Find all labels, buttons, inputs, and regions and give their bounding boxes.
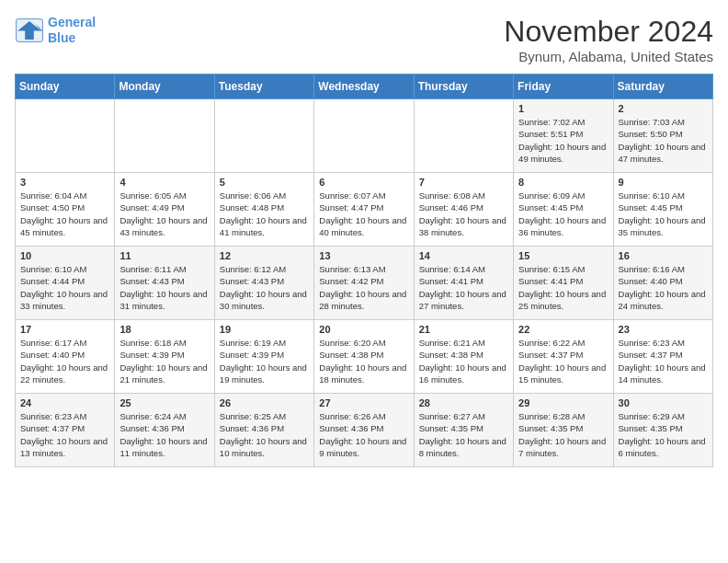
day-info: Sunrise: 6:16 AM Sunset: 4:40 PM Dayligh… [619, 263, 708, 312]
day-number: 9 [619, 177, 708, 188]
calendar-cell: 25Sunrise: 6:24 AM Sunset: 4:36 PM Dayli… [115, 394, 214, 467]
calendar-cell: 6Sunrise: 6:07 AM Sunset: 4:47 PM Daylig… [314, 173, 414, 247]
calendar-week-4: 24Sunrise: 6:23 AM Sunset: 4:37 PM Dayli… [16, 394, 713, 467]
day-info: Sunrise: 6:11 AM Sunset: 4:43 PM Dayligh… [119, 263, 209, 312]
day-info: Sunrise: 6:27 AM Sunset: 4:35 PM Dayligh… [419, 410, 508, 459]
day-info: Sunrise: 6:14 AM Sunset: 4:41 PM Dayligh… [419, 263, 508, 312]
calendar-cell: 20Sunrise: 6:20 AM Sunset: 4:38 PM Dayli… [314, 320, 414, 394]
day-info: Sunrise: 6:29 AM Sunset: 4:35 PM Dayligh… [619, 410, 708, 459]
day-header-friday: Friday [514, 75, 613, 99]
day-info: Sunrise: 6:23 AM Sunset: 4:37 PM Dayligh… [619, 337, 708, 385]
calendar-cell: 13Sunrise: 6:13 AM Sunset: 4:42 PM Dayli… [314, 247, 414, 320]
calendar-cell [314, 99, 414, 173]
day-info: Sunrise: 6:21 AM Sunset: 4:38 PM Dayligh… [419, 337, 508, 385]
calendar-week-0: 1Sunrise: 7:02 AM Sunset: 5:51 PM Daylig… [16, 99, 713, 173]
calendar-cell: 30Sunrise: 6:29 AM Sunset: 4:35 PM Dayli… [613, 394, 712, 467]
calendar-cell: 7Sunrise: 6:08 AM Sunset: 4:46 PM Daylig… [414, 173, 513, 247]
calendar-cell: 14Sunrise: 6:14 AM Sunset: 4:41 PM Dayli… [414, 247, 513, 320]
day-number: 12 [220, 250, 309, 261]
day-header-saturday: Saturday [613, 75, 712, 99]
day-info: Sunrise: 6:04 AM Sunset: 4:50 PM Dayligh… [20, 190, 109, 238]
day-number: 5 [220, 177, 309, 188]
logo: General Blue [15, 15, 96, 46]
day-number: 8 [518, 177, 608, 188]
calendar-cell [214, 99, 313, 173]
day-info: Sunrise: 6:18 AM Sunset: 4:39 PM Dayligh… [119, 337, 209, 385]
day-number: 1 [518, 103, 608, 114]
day-number: 17 [20, 324, 109, 335]
calendar-cell: 28Sunrise: 6:27 AM Sunset: 4:35 PM Dayli… [414, 394, 513, 467]
day-number: 30 [619, 397, 708, 408]
calendar-cell: 17Sunrise: 6:17 AM Sunset: 4:40 PM Dayli… [16, 320, 115, 394]
day-number: 15 [518, 250, 608, 261]
day-number: 18 [119, 324, 209, 335]
day-header-sunday: Sunday [16, 75, 115, 99]
calendar-cell: 15Sunrise: 6:15 AM Sunset: 4:41 PM Dayli… [514, 247, 613, 320]
day-number: 23 [619, 324, 708, 335]
calendar-cell: 9Sunrise: 6:10 AM Sunset: 4:45 PM Daylig… [613, 173, 712, 247]
calendar-cell: 12Sunrise: 6:12 AM Sunset: 4:43 PM Dayli… [214, 247, 313, 320]
calendar-cell: 23Sunrise: 6:23 AM Sunset: 4:37 PM Dayli… [613, 320, 712, 394]
calendar-cell: 5Sunrise: 6:06 AM Sunset: 4:48 PM Daylig… [214, 173, 313, 247]
calendar-cell [16, 99, 115, 173]
day-info: Sunrise: 6:13 AM Sunset: 4:42 PM Dayligh… [319, 263, 408, 312]
day-number: 20 [319, 324, 408, 335]
day-info: Sunrise: 6:20 AM Sunset: 4:38 PM Dayligh… [319, 337, 408, 385]
day-info: Sunrise: 6:05 AM Sunset: 4:49 PM Dayligh… [119, 190, 209, 238]
page-header: General Blue November 2024 Bynum, Alabam… [15, 15, 713, 64]
day-info: Sunrise: 6:25 AM Sunset: 4:36 PM Dayligh… [220, 410, 309, 459]
calendar-week-1: 3Sunrise: 6:04 AM Sunset: 4:50 PM Daylig… [16, 173, 713, 247]
day-number: 2 [619, 103, 708, 114]
logo-text: General Blue [48, 15, 96, 46]
calendar-cell: 29Sunrise: 6:28 AM Sunset: 4:35 PM Dayli… [514, 394, 613, 467]
day-number: 14 [419, 250, 508, 261]
calendar-cell: 27Sunrise: 6:26 AM Sunset: 4:36 PM Dayli… [314, 394, 414, 467]
day-header-wednesday: Wednesday [314, 75, 414, 99]
day-number: 16 [619, 250, 708, 261]
calendar-cell: 21Sunrise: 6:21 AM Sunset: 4:38 PM Dayli… [414, 320, 513, 394]
calendar-cell: 1Sunrise: 7:02 AM Sunset: 5:51 PM Daylig… [514, 99, 613, 173]
day-info: Sunrise: 6:23 AM Sunset: 4:37 PM Dayligh… [20, 410, 109, 459]
day-info: Sunrise: 7:02 AM Sunset: 5:51 PM Dayligh… [518, 116, 608, 165]
day-number: 21 [419, 324, 508, 335]
calendar-cell: 2Sunrise: 7:03 AM Sunset: 5:50 PM Daylig… [613, 99, 712, 173]
logo-icon [15, 17, 44, 43]
calendar-cell: 10Sunrise: 6:10 AM Sunset: 4:44 PM Dayli… [16, 247, 115, 320]
location-subtitle: Bynum, Alabama, United States [504, 49, 713, 64]
day-header-tuesday: Tuesday [214, 75, 313, 99]
calendar-week-2: 10Sunrise: 6:10 AM Sunset: 4:44 PM Dayli… [16, 247, 713, 320]
calendar-cell: 11Sunrise: 6:11 AM Sunset: 4:43 PM Dayli… [115, 247, 214, 320]
calendar-cell: 16Sunrise: 6:16 AM Sunset: 4:40 PM Dayli… [613, 247, 712, 320]
calendar-cell: 22Sunrise: 6:22 AM Sunset: 4:37 PM Dayli… [514, 320, 613, 394]
day-info: Sunrise: 6:22 AM Sunset: 4:37 PM Dayligh… [518, 337, 608, 385]
day-info: Sunrise: 7:03 AM Sunset: 5:50 PM Dayligh… [619, 116, 708, 165]
day-number: 19 [220, 324, 309, 335]
calendar-cell [115, 99, 214, 173]
calendar-cell: 19Sunrise: 6:19 AM Sunset: 4:39 PM Dayli… [214, 320, 313, 394]
day-info: Sunrise: 6:12 AM Sunset: 4:43 PM Dayligh… [220, 263, 309, 312]
day-number: 3 [20, 177, 109, 188]
day-number: 7 [419, 177, 508, 188]
day-number: 11 [119, 250, 209, 261]
day-number: 29 [518, 397, 608, 408]
day-header-monday: Monday [115, 75, 214, 99]
day-info: Sunrise: 6:15 AM Sunset: 4:41 PM Dayligh… [518, 263, 608, 312]
calendar-cell: 3Sunrise: 6:04 AM Sunset: 4:50 PM Daylig… [16, 173, 115, 247]
calendar-cell: 8Sunrise: 6:09 AM Sunset: 4:45 PM Daylig… [514, 173, 613, 247]
day-info: Sunrise: 6:07 AM Sunset: 4:47 PM Dayligh… [319, 190, 408, 238]
month-title: November 2024 [504, 15, 713, 49]
title-block: November 2024 Bynum, Alabama, United Sta… [504, 15, 713, 64]
day-info: Sunrise: 6:10 AM Sunset: 4:44 PM Dayligh… [20, 263, 109, 312]
day-info: Sunrise: 6:26 AM Sunset: 4:36 PM Dayligh… [319, 410, 408, 459]
calendar-week-3: 17Sunrise: 6:17 AM Sunset: 4:40 PM Dayli… [16, 320, 713, 394]
day-number: 26 [220, 397, 309, 408]
calendar-cell: 26Sunrise: 6:25 AM Sunset: 4:36 PM Dayli… [214, 394, 313, 467]
calendar-header: SundayMondayTuesdayWednesdayThursdayFrid… [16, 75, 713, 99]
day-number: 22 [518, 324, 608, 335]
day-number: 28 [419, 397, 508, 408]
day-number: 13 [319, 250, 408, 261]
day-number: 4 [119, 177, 209, 188]
calendar-body: 1Sunrise: 7:02 AM Sunset: 5:51 PM Daylig… [16, 99, 713, 467]
calendar-cell: 24Sunrise: 6:23 AM Sunset: 4:37 PM Dayli… [16, 394, 115, 467]
calendar-cell: 4Sunrise: 6:05 AM Sunset: 4:49 PM Daylig… [115, 173, 214, 247]
